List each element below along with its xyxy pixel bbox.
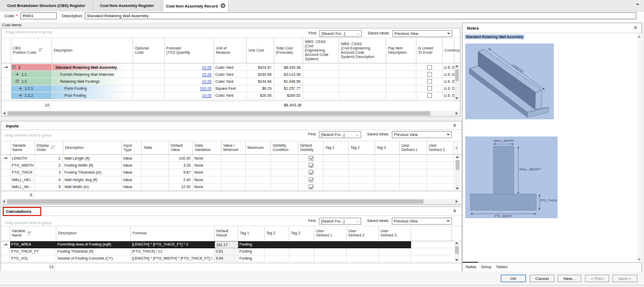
svg-text:FTG_THICK: FTG_THICK: [540, 199, 558, 202]
svg-text:FTG_WIDTH: FTG_WIDTH: [494, 214, 512, 218]
svg-text:WALL_HEIGHT: WALL_HEIGHT: [519, 168, 541, 171]
svg-text:WALL_WIDTH: WALL_WIDTH: [494, 139, 514, 142]
